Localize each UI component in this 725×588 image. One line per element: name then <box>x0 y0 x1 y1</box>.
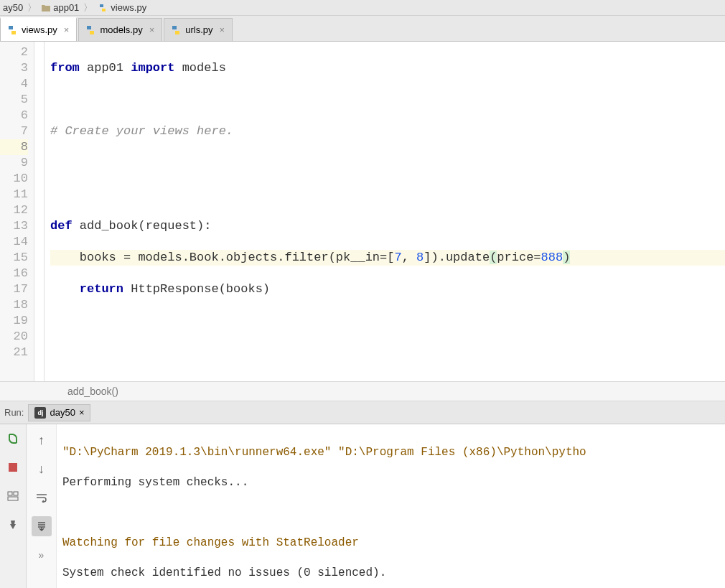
console-side-toolbar: ↑ ↓ » <box>27 424 57 588</box>
code-editor[interactable]: 2345 6789 10111213 14151617 18192021 fro… <box>0 42 725 381</box>
tab-label: views.py <box>22 24 57 35</box>
pin-button[interactable] <box>4 516 22 533</box>
stop-button[interactable] <box>4 459 22 476</box>
python-file-icon <box>85 24 96 36</box>
tab-label: urls.py <box>185 24 212 35</box>
code-number: 888 <box>541 251 563 264</box>
run-console: ↑ ↓ » "D:\PyCharm 2019.1.3\bin\runnerw64… <box>0 424 725 588</box>
run-config-label: day50 <box>50 407 75 418</box>
layout-button[interactable] <box>4 487 22 505</box>
python-file-icon <box>170 24 182 36</box>
code-text: app01 <box>80 61 131 75</box>
svg-rect-4 <box>8 497 18 500</box>
code-keyword: import <box>131 61 174 75</box>
code-comment: # Create your views here. <box>50 124 233 138</box>
scroll-to-end-button[interactable] <box>32 516 52 536</box>
code-keyword: from <box>50 61 80 75</box>
tab-views[interactable]: views.py × <box>0 17 77 41</box>
code-keyword: return <box>80 282 123 296</box>
code-paren: ) <box>563 251 570 264</box>
code-number: 7 <box>394 251 401 264</box>
breadcrumb-label: ay50 <box>3 2 23 13</box>
editor-breadcrumb[interactable]: add_book() <box>0 381 725 401</box>
up-button[interactable]: ↑ <box>32 430 52 450</box>
code-text: price= <box>497 251 541 264</box>
run-config-tab[interactable]: dj day50 × <box>28 404 90 421</box>
breadcrumb-item[interactable]: app01 <box>41 2 79 13</box>
breadcrumb-item[interactable]: ay50 <box>3 2 23 13</box>
code-number: 8 <box>416 251 424 264</box>
console-output[interactable]: "D:\PyCharm 2019.1.3\bin\runnerw64.exe" … <box>57 424 725 588</box>
code-text: books = models.Book.objects.filter(pk__i… <box>50 251 394 264</box>
more-button[interactable]: » <box>32 545 52 565</box>
rerun-button[interactable] <box>4 430 22 447</box>
console-text: Watching for file changes with StatReloa… <box>62 536 359 549</box>
code-area[interactable]: from app01 import models # Create your v… <box>45 42 725 381</box>
svg-rect-3 <box>14 492 18 495</box>
soft-wrap-button[interactable] <box>32 487 52 508</box>
editor-tab-bar: views.py × models.py × urls.py × <box>0 16 725 42</box>
run-toolwindow-header: Run: dj day50 × <box>0 401 725 424</box>
tab-label: models.py <box>100 24 142 35</box>
svg-rect-1 <box>9 463 17 472</box>
code-text: ]).update <box>424 251 490 264</box>
console-text: System check identified no issues (0 sil… <box>62 566 386 579</box>
svg-rect-2 <box>8 492 12 495</box>
code-text: models <box>174 61 225 75</box>
breadcrumb-sep-icon: 〉 <box>27 1 37 14</box>
close-icon[interactable]: × <box>79 407 85 418</box>
close-icon[interactable]: × <box>220 24 225 35</box>
console-text: Performing system checks... <box>62 476 248 489</box>
breadcrumb-sep-icon: 〉 <box>83 1 93 14</box>
line-number-gutter: 2345 6789 10111213 14151617 18192021 <box>0 42 34 381</box>
code-text: , <box>402 251 416 264</box>
tab-models[interactable]: models.py × <box>78 18 162 41</box>
python-file-icon <box>97 2 108 14</box>
console-text: "D:\PyCharm 2019.1.3\bin\runnerw64.exe" … <box>62 446 586 459</box>
function-crumb: add_book() <box>67 386 118 397</box>
close-icon[interactable]: × <box>149 24 155 35</box>
code-text <box>50 282 80 296</box>
run-side-toolbar <box>0 424 27 588</box>
code-text: HttpResponse(books) <box>123 282 270 296</box>
breadcrumb-label: views.py <box>111 2 146 13</box>
python-file-icon <box>6 24 18 36</box>
run-label: Run: <box>4 407 24 418</box>
code-keyword: def <box>50 219 72 233</box>
code-text: add_book(request): <box>72 219 212 233</box>
fold-column <box>34 42 45 381</box>
folder-icon <box>41 3 51 13</box>
django-icon: dj <box>34 407 46 419</box>
breadcrumb: ay50 〉 app01 〉 views.py <box>0 0 725 16</box>
breadcrumb-label: app01 <box>53 2 79 13</box>
close-icon[interactable]: × <box>64 24 70 35</box>
down-button[interactable]: ↓ <box>32 459 52 479</box>
breadcrumb-item[interactable]: views.py <box>97 2 146 14</box>
tab-urls[interactable]: urls.py × <box>164 18 233 41</box>
code-paren: ( <box>490 251 497 264</box>
